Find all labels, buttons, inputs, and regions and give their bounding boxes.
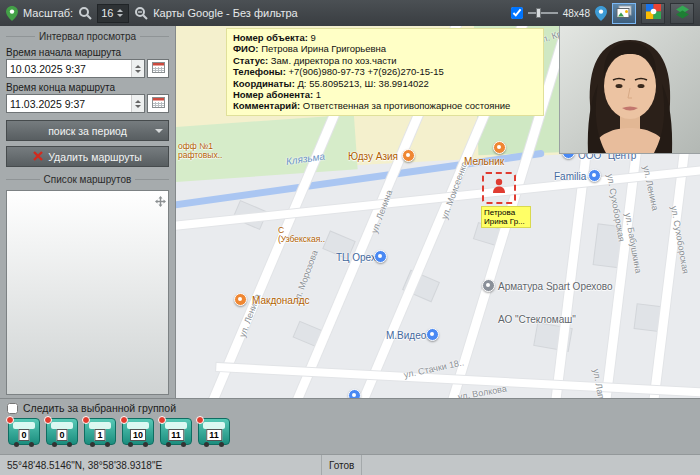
- show-labels-checkbox[interactable]: [511, 7, 523, 19]
- slider-handle[interactable]: [536, 8, 541, 18]
- info-row: Номер объекта: 9: [233, 32, 537, 43]
- info-label: Номер абонента:: [233, 89, 313, 100]
- tracker-count: 0: [18, 429, 29, 441]
- calendar-icon: [152, 96, 165, 111]
- place-label: ТЦ Орех: [336, 253, 376, 263]
- google-maps-button[interactable]: [641, 3, 665, 24]
- info-row: Комментарий: Ответственная за противопож…: [233, 100, 537, 111]
- tracker-item[interactable]: 11: [198, 418, 230, 445]
- place-label: Familia: [554, 172, 586, 182]
- place-label: Арматура Spart Орехово: [498, 282, 613, 292]
- place-label: Мельник: [464, 157, 504, 167]
- info-row: Номер абонента: 1: [233, 89, 537, 100]
- tracker-count: 0: [56, 429, 67, 441]
- info-value: Ответственная за противопожарное состоян…: [303, 100, 511, 111]
- poi-icon[interactable]: [348, 389, 361, 398]
- zoom-out-icon[interactable]: [78, 6, 92, 20]
- poi-icon[interactable]: [482, 279, 495, 292]
- zoom-spinner-icon[interactable]: [117, 9, 123, 17]
- start-time-input[interactable]: [7, 63, 131, 75]
- alert-dot-icon: [6, 416, 14, 424]
- status-spacer: [362, 455, 700, 475]
- end-time-spinner-icon[interactable]: [131, 95, 144, 112]
- poi-icon[interactable]: [374, 250, 387, 263]
- start-calendar-button[interactable]: [147, 59, 169, 78]
- follow-group-row: Следить за выбранной группой: [7, 402, 693, 414]
- start-time-field[interactable]: [6, 59, 145, 78]
- tracker-item[interactable]: 0: [8, 418, 40, 445]
- zoom-in-icon[interactable]: [134, 6, 148, 20]
- info-row: ФИО: Петрова Ирина Григорьевна: [233, 43, 537, 54]
- place-label: АО "Стекломаш": [498, 315, 576, 325]
- person-photo: [560, 26, 700, 153]
- alert-dot-icon: [196, 416, 204, 424]
- map-canvas[interactable]: ул. Красина ул. Ленина ул. Сухоборская у…: [176, 26, 700, 398]
- zoom-level-value: 16: [101, 7, 113, 19]
- place-label: Юдзу Азия: [348, 152, 398, 162]
- poi-icon[interactable]: [234, 293, 247, 306]
- tracker-count: 11: [168, 429, 184, 441]
- end-calendar-button[interactable]: [147, 94, 169, 113]
- tracker-item[interactable]: 10: [122, 418, 154, 445]
- map-layers-button[interactable]: [670, 3, 694, 24]
- delete-routes-button[interactable]: Удалить маршруты: [6, 146, 169, 167]
- poi-icon[interactable]: [402, 149, 415, 162]
- alert-dot-icon: [82, 416, 90, 424]
- layers-icon: [675, 5, 690, 22]
- status-text: Готов: [322, 455, 362, 475]
- tracker-item[interactable]: 0: [46, 418, 78, 445]
- person-marker-icon: [491, 177, 507, 199]
- tracker-count: 10: [130, 429, 146, 441]
- alert-dot-icon: [120, 416, 128, 424]
- google-maps-icon: [646, 4, 661, 22]
- info-row: Координаты: Д: 55.8095213, Ш: 38.9914022: [233, 78, 537, 89]
- info-label: Координаты:: [233, 78, 295, 89]
- tracked-object-marker[interactable]: [482, 172, 516, 204]
- tracker-panel: Следить за выбранной группой 0 0 1 10 11…: [0, 398, 700, 454]
- search-period-button[interactable]: поиск за период: [6, 120, 169, 141]
- status-bar: 55°48'48.5146"N, 38°58'38.9318"E Готов: [0, 454, 700, 475]
- end-time-field[interactable]: [6, 94, 145, 113]
- delete-routes-label: Удалить маршруты: [48, 151, 142, 163]
- info-label: ФИО:: [233, 43, 259, 54]
- place-label: С(Узбекская..: [278, 226, 325, 244]
- routes-list[interactable]: [6, 190, 169, 395]
- poi-icon[interactable]: [426, 328, 439, 341]
- end-time-row: [6, 94, 169, 113]
- info-value: Петрова Ирина Григорьевна: [261, 43, 386, 54]
- tracker-item[interactable]: 1: [84, 418, 116, 445]
- place-sub: (Узбекская..: [278, 235, 325, 244]
- info-label: Телефоны:: [233, 66, 286, 77]
- alert-dot-icon: [158, 416, 166, 424]
- search-period-label: поиск за период: [48, 125, 127, 137]
- place-label: офф №1рафтовых..: [178, 142, 222, 160]
- end-time-label: Время конца маршрута: [6, 82, 169, 93]
- poi-icon[interactable]: [588, 169, 601, 182]
- start-time-spinner-icon[interactable]: [131, 60, 144, 77]
- move-resize-icon[interactable]: [155, 193, 166, 211]
- calendar-icon: [152, 61, 165, 76]
- app-pin-icon: [6, 6, 18, 21]
- info-value: 9: [311, 32, 316, 43]
- info-label: Номер объекта:: [233, 32, 308, 43]
- follow-group-checkbox[interactable]: [7, 403, 18, 414]
- red-x-icon: [33, 151, 43, 163]
- object-info-panel: Номер объекта: 9 ФИО: Петрова Ирина Григ…: [226, 28, 544, 116]
- toolbar: Масштаб: 16 Карты Google - Без фильтра 4…: [0, 0, 700, 26]
- poi-icon[interactable]: [493, 141, 506, 154]
- tracker-list: 0 0 1 10 11 11: [8, 418, 693, 445]
- photos-button[interactable]: [612, 3, 636, 24]
- end-time-input[interactable]: [7, 98, 131, 110]
- app-window: Масштаб: 16 Карты Google - Без фильтра 4…: [0, 0, 700, 475]
- tracker-item[interactable]: 11: [160, 418, 192, 445]
- icon-size-label: 48x48: [563, 8, 590, 19]
- start-time-label: Время начала маршрута: [6, 47, 169, 58]
- place-sub: рафтовых..: [178, 151, 222, 160]
- photos-icon: [616, 5, 632, 22]
- marker-name-label[interactable]: Петрова Ирина Гр...: [482, 207, 530, 227]
- icon-size-slider[interactable]: [528, 8, 558, 18]
- info-value: Зам. директора по хоз.части: [271, 55, 397, 66]
- place-label: Макдоналдс: [252, 296, 310, 306]
- zoom-level-select[interactable]: 16: [97, 4, 129, 23]
- marker-size-icon[interactable]: [595, 6, 607, 21]
